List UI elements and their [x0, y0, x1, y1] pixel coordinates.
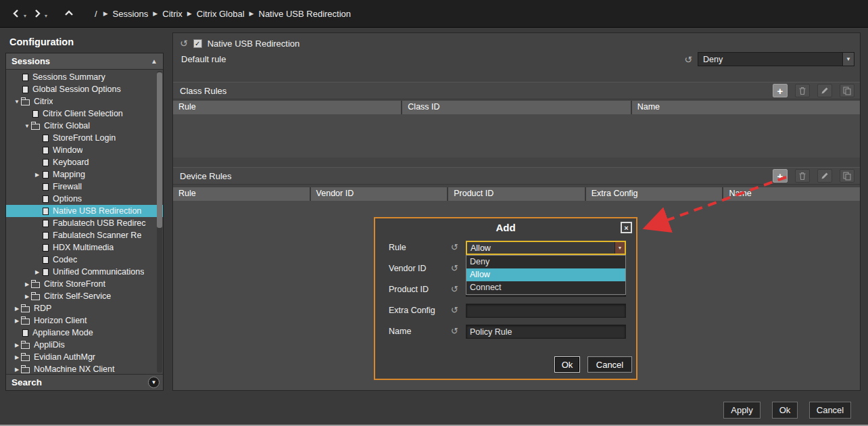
- chevron-down-icon[interactable]: ▼: [614, 242, 625, 254]
- revert-icon[interactable]: ↺: [451, 305, 458, 315]
- tree-item[interactable]: Horizon Client: [6, 314, 163, 327]
- device-rules-copy-button[interactable]: [840, 169, 854, 183]
- tree-item-label: Options: [53, 194, 82, 204]
- tree-item[interactable]: RDP: [6, 302, 163, 314]
- tree-item-label: Unified Communications: [53, 267, 144, 277]
- device-rules-add-button[interactable]: +: [773, 169, 788, 183]
- rule-select[interactable]: Allow ▼: [466, 241, 626, 255]
- revert-icon[interactable]: ↺: [451, 326, 458, 336]
- tree-item[interactable]: Citrix Global: [6, 120, 163, 132]
- apply-button[interactable]: Apply: [723, 402, 761, 419]
- dialog-cancel-button[interactable]: Cancel: [587, 356, 632, 373]
- class-rules-table-body[interactable]: [173, 114, 860, 158]
- search-bar[interactable]: Search ▼: [6, 374, 163, 390]
- tree-item[interactable]: Native USB Redirection: [6, 205, 163, 217]
- checkmark-icon: ✓: [195, 40, 200, 47]
- default-rule-select[interactable]: Deny ▼: [698, 52, 854, 66]
- device-rules-title: Device Rules: [180, 171, 232, 181]
- tree-item[interactable]: Codec: [6, 254, 163, 266]
- breadcrumb-item[interactable]: Citrix Global: [197, 9, 245, 19]
- collapse-up-icon[interactable]: ▲: [151, 57, 158, 65]
- tree-item[interactable]: AppliDis: [6, 339, 163, 351]
- expand-arrow-icon[interactable]: [23, 281, 31, 287]
- tree-item[interactable]: Mapping: [6, 168, 163, 181]
- device-rules-edit-button[interactable]: [817, 169, 832, 183]
- expand-arrow-icon[interactable]: [13, 306, 21, 312]
- class-rules-delete-button[interactable]: [795, 84, 810, 97]
- close-button[interactable]: ×: [621, 222, 632, 233]
- tree-item[interactable]: HDX Multimedia: [6, 241, 163, 254]
- tree-item[interactable]: Sessions Summary: [6, 71, 163, 83]
- back-button[interactable]: [9, 7, 23, 20]
- dropdown-option[interactable]: Connect: [466, 281, 625, 294]
- tree-item-label: Citrix Global: [44, 121, 90, 131]
- dropdown-option[interactable]: Deny: [466, 256, 625, 268]
- sidebar-title: Configuration: [9, 37, 74, 47]
- expand-arrow-icon[interactable]: [23, 123, 31, 129]
- expand-arrow-icon[interactable]: [23, 293, 31, 300]
- tree-item[interactable]: Window: [6, 144, 163, 156]
- revert-icon[interactable]: ↺: [684, 55, 692, 64]
- expand-arrow-icon[interactable]: [13, 99, 21, 105]
- cancel-button[interactable]: Cancel: [809, 402, 851, 419]
- tree-item[interactable]: Citrix: [6, 95, 163, 108]
- up-button[interactable]: [62, 7, 76, 20]
- sidebar-scrollbar[interactable]: [157, 71, 162, 373]
- expand-arrow-icon[interactable]: [33, 269, 41, 275]
- breadcrumb-root[interactable]: /: [95, 9, 97, 19]
- tree-item[interactable]: Unified Communications: [6, 266, 163, 278]
- tree-item[interactable]: Firewall: [6, 181, 163, 193]
- tree-item-icon: [43, 208, 49, 215]
- breadcrumb-item[interactable]: Native USB Redirection: [259, 9, 352, 19]
- breadcrumb-item[interactable]: Citrix: [162, 9, 183, 19]
- expand-arrow-icon[interactable]: [33, 172, 41, 178]
- search-expand-button[interactable]: ▼: [148, 377, 160, 388]
- tree-item[interactable]: Citrix StoreFront: [6, 278, 163, 290]
- ok-button[interactable]: Ok: [772, 402, 798, 419]
- back-history-icon[interactable]: ▾: [24, 13, 26, 19]
- forward-history-icon[interactable]: ▾: [45, 13, 47, 19]
- expand-arrow-icon[interactable]: [13, 342, 21, 348]
- tree-item[interactable]: NoMachine NX Client: [6, 363, 163, 374]
- tree-item[interactable]: Citrix Self-Service: [6, 290, 163, 302]
- name-input[interactable]: [466, 325, 626, 339]
- expand-arrow-icon[interactable]: [13, 354, 21, 360]
- sidebar-scrollbar-thumb[interactable]: [157, 72, 162, 228]
- tree-item[interactable]: Global Session Options: [6, 83, 163, 95]
- class-rules-copy-button[interactable]: [840, 84, 854, 97]
- breadcrumb-separator-icon: ▶: [249, 10, 254, 17]
- revert-icon[interactable]: ↺: [180, 39, 188, 48]
- forward-button[interactable]: [30, 7, 44, 20]
- tree-item[interactable]: StoreFront Login: [6, 132, 163, 144]
- trash-icon: [798, 172, 806, 181]
- extra-config-input[interactable]: [466, 304, 626, 318]
- revert-icon[interactable]: ↺: [451, 242, 458, 252]
- native-usb-redirection-checkbox[interactable]: ✓: [193, 39, 202, 48]
- tree-item[interactable]: Fabulatech USB Redirec: [6, 217, 163, 229]
- sessions-section-header[interactable]: Sessions ▲: [6, 53, 163, 70]
- dropdown-option[interactable]: Allow: [466, 268, 625, 281]
- tree-item[interactable]: Keyboard: [6, 156, 163, 168]
- chevron-down-icon[interactable]: ▼: [842, 53, 854, 66]
- revert-icon[interactable]: ↺: [451, 263, 458, 273]
- breadcrumb-item[interactable]: Sessions: [113, 9, 149, 19]
- pencil-icon: [821, 87, 829, 95]
- tree-item[interactable]: Evidian AuthMgr: [6, 351, 163, 363]
- class-rules-edit-button[interactable]: [817, 84, 832, 97]
- dialog-ok-button[interactable]: Ok: [554, 356, 580, 373]
- class-rules-add-button[interactable]: +: [773, 84, 788, 97]
- revert-icon[interactable]: ↺: [451, 284, 458, 294]
- tree-item[interactable]: Citrix Client Selection: [6, 108, 163, 120]
- tree-item[interactable]: Options: [6, 193, 163, 205]
- tree-item-label: Citrix StoreFront: [44, 279, 105, 289]
- column-header: Rule: [173, 101, 401, 114]
- default-rule-control: ↺ Deny ▼: [684, 52, 854, 66]
- expand-arrow-icon[interactable]: [13, 318, 21, 324]
- expand-arrow-icon[interactable]: [13, 366, 21, 373]
- navigation-bar: ▾ ▾ / ▶ Sessions ▶ Citrix: [0, 0, 868, 28]
- tree-item[interactable]: Fabulatech Scanner Re: [6, 229, 163, 241]
- column-header: Extra Config: [586, 187, 723, 201]
- tree-item[interactable]: Appliance Mode: [6, 327, 163, 339]
- column-header: Product ID: [448, 187, 585, 201]
- device-rules-delete-button[interactable]: [795, 169, 810, 183]
